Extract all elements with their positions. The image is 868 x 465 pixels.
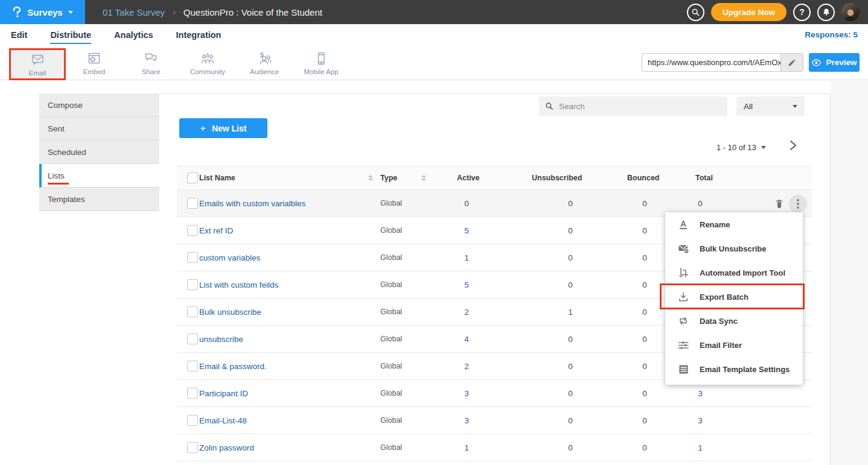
- active-count[interactable]: 3: [447, 416, 487, 425]
- active-count[interactable]: 2: [447, 362, 487, 371]
- list-name-link[interactable]: Emails with custom varialbles: [199, 199, 305, 208]
- tab-distribute[interactable]: Distribute: [50, 26, 91, 44]
- row-checkbox[interactable]: [187, 415, 198, 426]
- bounced-count[interactable]: 0: [625, 199, 665, 208]
- search-input[interactable]: [559, 102, 721, 111]
- bounced-count[interactable]: 0: [625, 226, 665, 235]
- preview-button[interactable]: Preview: [809, 53, 860, 72]
- help-button[interactable]: ?: [793, 4, 811, 21]
- search-button[interactable]: [687, 4, 704, 21]
- pagination-dropdown[interactable]: 1 - 10 of 13: [716, 143, 766, 152]
- channel-share[interactable]: Share: [123, 46, 179, 80]
- unsubscribed-count[interactable]: 1: [550, 308, 590, 317]
- unsubscribed-count[interactable]: 0: [550, 226, 590, 235]
- menu-item-email-filter[interactable]: Email Filter: [665, 333, 803, 357]
- sidebar-item-templates[interactable]: Templates: [39, 188, 159, 211]
- surveys-menu[interactable]: Surveys: [0, 0, 85, 24]
- list-name-link[interactable]: Email & password.: [199, 362, 267, 371]
- row-checkbox[interactable]: [187, 388, 198, 399]
- total-count[interactable]: 3: [680, 416, 720, 425]
- active-count[interactable]: 5: [447, 280, 487, 289]
- unsubscribed-count[interactable]: 0: [550, 362, 590, 371]
- active-count[interactable]: 5: [447, 226, 487, 235]
- total-count[interactable]: 0: [680, 199, 720, 208]
- column-header-type[interactable]: Type: [380, 174, 397, 182]
- row-checkbox[interactable]: [187, 334, 198, 344]
- active-count[interactable]: 3: [447, 389, 487, 398]
- bounced-count[interactable]: 0: [625, 280, 665, 289]
- sidebar-item-sent[interactable]: Sent: [39, 117, 159, 141]
- channel-embed[interactable]: Embed: [66, 46, 123, 80]
- unsubscribed-count[interactable]: 0: [550, 416, 590, 425]
- bounced-count[interactable]: 0: [625, 308, 665, 317]
- unsubscribed-count[interactable]: 0: [550, 253, 590, 262]
- bounced-count[interactable]: 0: [625, 362, 665, 371]
- upgrade-now-button[interactable]: Upgrade Now: [711, 3, 787, 21]
- active-count[interactable]: 0: [447, 199, 487, 208]
- list-name-link[interactable]: Zolin password: [199, 443, 254, 452]
- bounced-count[interactable]: 0: [625, 335, 665, 344]
- menu-item-automated-import-tool[interactable]: Automated Import Tool: [665, 261, 803, 285]
- responses-count[interactable]: Responses: 5: [805, 30, 858, 39]
- list-name-link[interactable]: List with custom feilds: [199, 280, 278, 289]
- row-checkbox[interactable]: [187, 252, 198, 263]
- avatar[interactable]: [841, 3, 860, 21]
- unsubscribed-count[interactable]: 0: [550, 199, 590, 208]
- list-name-link[interactable]: Email-List-48: [199, 416, 247, 425]
- select-all-checkbox[interactable]: [187, 172, 198, 183]
- row-checkbox[interactable]: [187, 306, 198, 317]
- row-checkbox[interactable]: [187, 279, 198, 290]
- list-name-link[interactable]: Participant ID: [199, 389, 248, 398]
- bounced-count[interactable]: 0: [625, 443, 665, 452]
- new-list-button[interactable]: + New List: [179, 118, 267, 138]
- bounced-count[interactable]: 0: [625, 389, 665, 398]
- tab-edit[interactable]: Edit: [11, 26, 27, 44]
- list-name-link[interactable]: Ext ref ID: [199, 226, 233, 235]
- row-checkbox[interactable]: [187, 442, 198, 453]
- menu-item-export-batch[interactable]: Export Batch: [665, 285, 803, 309]
- list-name-link[interactable]: custom variables: [199, 253, 260, 262]
- list-name-link[interactable]: unsubscribe: [199, 335, 243, 344]
- unsubscribed-count[interactable]: 0: [550, 335, 590, 344]
- list-name-link[interactable]: Bulk unsubscribe: [199, 308, 261, 317]
- row-checkbox[interactable]: [187, 225, 198, 236]
- content-top-border: [159, 93, 830, 94]
- survey-url-text[interactable]: https://www.questionpro.com/t/AEmOx2: [642, 54, 780, 71]
- menu-item-rename[interactable]: A Rename: [665, 212, 803, 236]
- sort-icon[interactable]: [421, 175, 426, 181]
- channel-community[interactable]: Community: [179, 46, 236, 80]
- channel-email[interactable]: Email: [9, 48, 66, 80]
- bounced-count[interactable]: 0: [625, 416, 665, 425]
- sort-icon[interactable]: [368, 175, 373, 181]
- active-count[interactable]: 1: [447, 443, 487, 452]
- bounced-count[interactable]: 0: [625, 253, 665, 262]
- next-page-button[interactable]: [788, 140, 797, 153]
- unsubscribed-count[interactable]: 0: [550, 389, 590, 398]
- unsubscribed-count[interactable]: 0: [550, 443, 590, 452]
- active-count[interactable]: 2: [447, 308, 487, 317]
- row-checkbox[interactable]: [187, 198, 198, 209]
- breadcrumb-survey-link[interactable]: 01 Take Survey: [103, 7, 165, 17]
- menu-item-bulk-unsubscribe[interactable]: Bulk Unsubscribe: [665, 236, 803, 261]
- menu-item-email-template-settings[interactable]: Email Template Settings: [665, 357, 803, 381]
- edit-url-button[interactable]: [780, 54, 803, 71]
- total-count[interactable]: 3: [680, 389, 720, 398]
- delete-list-button[interactable]: [774, 198, 784, 209]
- sidebar-item-lists[interactable]: Lists: [39, 164, 159, 188]
- row-checkbox[interactable]: [187, 361, 198, 372]
- sidebar-item-compose[interactable]: Compose: [39, 93, 159, 117]
- menu-item-data-sync[interactable]: Data Sync: [665, 309, 803, 333]
- active-count[interactable]: 4: [447, 335, 487, 344]
- more-options-button[interactable]: [789, 195, 807, 213]
- total-count[interactable]: 1: [680, 443, 720, 452]
- sidebar-item-scheduled[interactable]: Scheduled: [39, 141, 159, 164]
- notifications-button[interactable]: [817, 4, 835, 21]
- column-header-list-name[interactable]: List Name: [199, 174, 235, 182]
- channel-audience[interactable]: $ Audience: [236, 46, 293, 80]
- tab-integration[interactable]: Integration: [176, 26, 222, 44]
- unsubscribed-count[interactable]: 0: [550, 280, 590, 289]
- tab-analytics[interactable]: Analytics: [114, 26, 153, 44]
- active-count[interactable]: 1: [447, 253, 487, 262]
- list-filter-dropdown[interactable]: All: [736, 96, 805, 116]
- channel-mobile-app[interactable]: Mobile App: [293, 46, 349, 80]
